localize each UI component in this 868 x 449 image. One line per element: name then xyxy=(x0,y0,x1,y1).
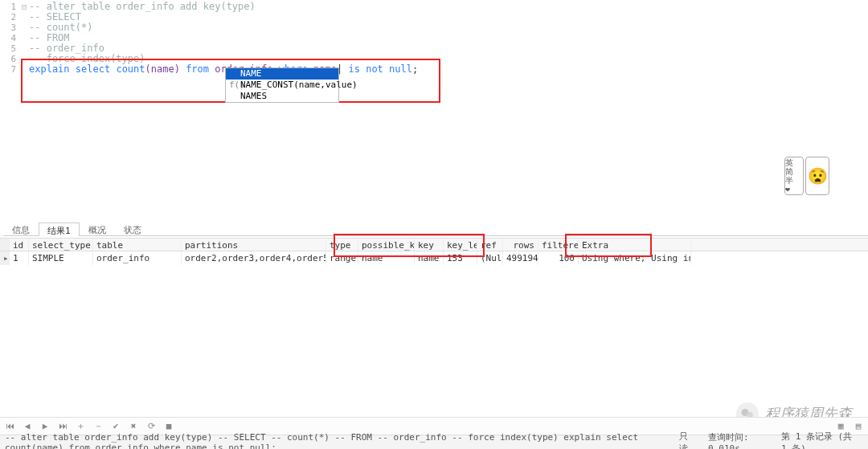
code-line[interactable]: -- FROM xyxy=(29,33,868,43)
status-readonly: 只读 xyxy=(671,431,700,450)
col-table[interactable]: table xyxy=(93,239,182,251)
col-id[interactable]: id xyxy=(10,239,29,251)
status-reccount: 第 1 条记录 (共 1 条) xyxy=(773,431,863,450)
autocomplete-popup[interactable]: NAME f()NAME_CONST(name,value) NAMES xyxy=(225,67,339,103)
autocomplete-item[interactable]: f()NAME_CONST(name,value) xyxy=(226,80,338,91)
nav-last-button[interactable]: ⏭ xyxy=(56,420,69,433)
status-querytime: 查询时间: 0.010s xyxy=(700,431,773,450)
line-number: 3 xyxy=(0,22,19,33)
tab-status[interactable]: 状态 xyxy=(115,222,150,235)
cell-select_type[interactable]: SIMPLE xyxy=(29,251,93,265)
tab-result1[interactable]: 结果1 xyxy=(39,222,80,236)
col-select_type[interactable]: select_type xyxy=(29,239,93,251)
code-line[interactable]: -- alter table order_info add key(type) xyxy=(29,2,868,12)
line-number: 4 xyxy=(0,33,19,43)
status-sql-text: -- alter table order_info add key(type) … xyxy=(5,432,671,450)
tab-profile[interactable]: 概况 xyxy=(80,222,115,235)
stop-button[interactable]: ■ xyxy=(162,420,175,433)
line-number: 1 xyxy=(0,2,19,12)
cell-id[interactable]: 1 xyxy=(10,251,29,265)
row-indicator: ▸ xyxy=(0,251,10,265)
autocomplete-item[interactable]: NAMES xyxy=(226,91,338,102)
nav-first-button[interactable]: ⏮ xyxy=(3,420,16,433)
line-number: 5 xyxy=(0,43,19,54)
line-number: 7 xyxy=(0,64,19,75)
status-bar: -- alter table order_info add key(type) … xyxy=(0,435,868,449)
decorative-sticker: 英 简 半 ❤ 😧 xyxy=(784,157,836,195)
autocomplete-icon xyxy=(229,68,237,80)
autocomplete-label: NAMES xyxy=(240,91,267,102)
sticker-text: 英 简 半 ❤ xyxy=(784,157,804,195)
autocomplete-item[interactable]: NAME xyxy=(226,68,338,80)
nav-prev-button[interactable]: ◀ xyxy=(21,420,34,433)
autocomplete-icon: f() xyxy=(229,80,237,91)
cancel-button[interactable]: ✖ xyxy=(127,420,140,433)
line-number: 6 xyxy=(0,54,19,64)
grid-corner xyxy=(0,239,10,251)
add-row-button[interactable]: ＋ xyxy=(74,420,87,433)
autocomplete-icon xyxy=(229,91,237,102)
col-rows[interactable]: rows xyxy=(503,239,538,251)
fold-marker[interactable]: ⊟ xyxy=(19,2,29,12)
nav-next-button[interactable]: ▶ xyxy=(39,420,51,433)
code-line[interactable]: -- SELECT xyxy=(29,12,868,22)
tab-info[interactable]: 信息 xyxy=(3,222,39,235)
autocomplete-label: NAME_CONST(name,value) xyxy=(240,80,358,91)
cell-partitions[interactable]: order2,order3,order4,order5,order6 xyxy=(182,251,326,265)
cell-table[interactable]: order_info xyxy=(93,251,182,265)
autocomplete-label: NAME xyxy=(240,68,262,80)
sticker-face-icon: 😧 xyxy=(805,157,829,195)
line-number: 2 xyxy=(0,12,19,22)
highlight-box-keys xyxy=(334,234,485,257)
refresh-button[interactable]: ⟳ xyxy=(145,420,158,433)
cell-rows[interactable]: 499194 xyxy=(503,251,538,265)
delete-row-button[interactable]: － xyxy=(92,420,104,433)
line-number-gutter: 1 2 3 4 5 6 7 xyxy=(0,2,19,75)
commit-button[interactable]: ✔ xyxy=(109,420,122,433)
col-partitions[interactable]: partitions xyxy=(182,239,326,251)
code-line[interactable]: -- count(*) xyxy=(29,22,868,33)
code-line[interactable]: -- order_info xyxy=(29,43,868,54)
highlight-box-extra xyxy=(565,234,652,257)
sql-editor[interactable]: 1 2 3 4 5 6 7 ⊟ -- alter table order_inf… xyxy=(0,0,868,217)
